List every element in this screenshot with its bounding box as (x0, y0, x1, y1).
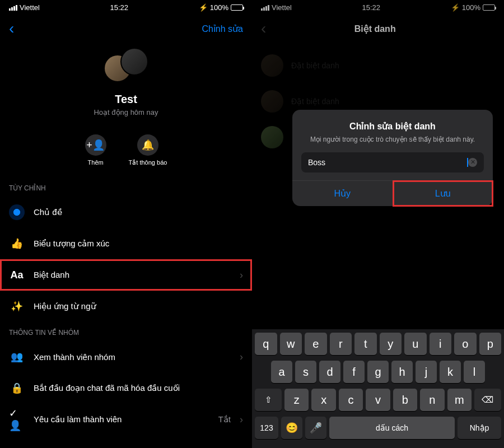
key-y[interactable]: y (380, 333, 402, 355)
theme-item[interactable]: Chủ đề (0, 197, 252, 228)
key-numbers[interactable]: 123 (255, 417, 278, 439)
battery-icon (231, 4, 243, 11)
key-c[interactable]: c (339, 389, 363, 411)
key-n[interactable]: n (420, 389, 444, 411)
add-person-icon: +👤 (86, 139, 105, 151)
approval-item[interactable]: ✓👤 Yêu cầu làm thành viên Tắt › (0, 404, 252, 435)
key-row-4: 123 😊 🎤 dấu cách Nhập (254, 417, 502, 439)
dialog-title: Chỉnh sửa biệt danh (301, 121, 484, 132)
section-customize-header: Tùy chỉnh (0, 178, 252, 197)
sparkle-icon: ✨ (9, 298, 25, 314)
key-space[interactable]: dấu cách (329, 417, 455, 439)
key-q[interactable]: q (255, 333, 277, 355)
status-bar: Viettel 15:22 ⚡ 100% (0, 0, 252, 15)
key-x[interactable]: x (311, 389, 335, 411)
encrypt-item[interactable]: 🔒 Bắt đầu đoạn chat đã mã hóa đầu cuối (0, 372, 252, 404)
key-j[interactable]: j (416, 361, 437, 383)
thumbs-up-icon: 👍 (9, 236, 25, 251)
back-button[interactable]: ‹ (9, 20, 14, 38)
key-k[interactable]: k (440, 361, 461, 383)
key-t[interactable]: t (354, 333, 377, 355)
members-item[interactable]: 👥 Xem thành viên nhóm › (0, 341, 252, 372)
key-mic[interactable]: 🎤 (305, 417, 326, 439)
chevron-right-icon: › (240, 351, 243, 363)
emoji-item[interactable]: 👍 Biểu tượng cảm xúc (0, 228, 252, 259)
lock-icon: 🔒 (9, 380, 25, 396)
battery-pct: 100% (210, 3, 228, 12)
key-row-3: ⇧ z x c v b n m ⌫ (254, 389, 502, 411)
edit-button[interactable]: Chỉnh sửa (202, 24, 243, 34)
settings-screen: Viettel 15:22 ⚡ 100% ‹ Chỉnh sửa Test Ho… (0, 0, 252, 448)
key-g[interactable]: g (367, 361, 389, 383)
key-z[interactable]: z (284, 389, 309, 411)
key-shift[interactable]: ⇧ (255, 389, 282, 411)
key-d[interactable]: d (319, 361, 340, 383)
activity-status: Hoạt động hôm nay (0, 108, 252, 116)
profile-header: Test Hoạt động hôm nay (0, 42, 252, 128)
key-a[interactable]: a (271, 361, 292, 383)
people-icon: 👥 (9, 349, 25, 365)
nav-bar: ‹ Chỉnh sửa (0, 15, 252, 42)
signal-icon (9, 5, 17, 11)
key-e[interactable]: e (305, 333, 327, 355)
key-row-2: a s d f g h j k l (254, 361, 502, 383)
nickname-edit-screen: Viettel 15:22 ⚡ 100% ‹ Biệt danh Đặt biệ… (252, 0, 504, 448)
key-l[interactable]: l (464, 361, 485, 383)
nickname-input[interactable] (308, 158, 468, 167)
bell-icon: 🔔 (142, 139, 154, 151)
key-w[interactable]: w (280, 333, 302, 355)
key-f[interactable]: f (343, 361, 365, 383)
status-time: 15:22 (110, 3, 129, 12)
cancel-button[interactable]: Hủy (292, 181, 393, 206)
key-m[interactable]: m (447, 389, 472, 411)
key-backspace[interactable]: ⌫ (474, 389, 501, 411)
edit-nickname-dialog: Chỉnh sửa biệt danh Mọi người trong cuộc… (292, 110, 493, 206)
key-h[interactable]: h (391, 361, 413, 383)
key-r[interactable]: r (330, 333, 352, 355)
key-p[interactable]: p (479, 333, 502, 355)
text-aa-icon: Aa (9, 267, 25, 283)
key-i[interactable]: i (430, 333, 452, 355)
nickname-item[interactable]: Aa Biệt danh › (0, 259, 252, 291)
key-enter[interactable]: Nhập (458, 417, 501, 439)
clear-icon[interactable]: ✕ (468, 158, 477, 167)
key-u[interactable]: u (404, 333, 427, 355)
key-v[interactable]: v (366, 389, 390, 411)
keyboard: q w e r t y u i o p a s d f g h j k l ⇧ … (252, 329, 504, 448)
word-effects-item[interactable]: ✨ Hiệu ứng từ ngữ (0, 291, 252, 322)
key-o[interactable]: o (454, 333, 477, 355)
avatar (120, 48, 148, 76)
group-name: Test (0, 93, 252, 106)
approve-icon: ✓👤 (9, 412, 25, 427)
key-row-1: q w e r t y u i o p (254, 333, 502, 355)
key-s[interactable]: s (295, 361, 316, 383)
mute-action[interactable]: 🔔 Tắt thông báo (129, 134, 167, 166)
save-button[interactable]: Lưu (393, 181, 493, 206)
group-avatar[interactable] (104, 48, 148, 84)
section-group-info-header: Thông tin về nhóm (0, 322, 252, 341)
chevron-right-icon: › (240, 414, 243, 426)
theme-icon (9, 204, 25, 220)
key-b[interactable]: b (393, 389, 417, 411)
nickname-input-wrap[interactable]: ✕ (301, 152, 484, 172)
key-emoji[interactable]: 😊 (281, 417, 302, 439)
charging-icon: ⚡ (199, 3, 208, 12)
add-member-action[interactable]: +👤 Thêm (85, 134, 106, 166)
dialog-subtitle: Mọi người trong cuộc trò chuyện sẽ thấy … (301, 135, 484, 144)
carrier-label: Viettel (20, 3, 40, 12)
chevron-right-icon: › (240, 269, 243, 281)
